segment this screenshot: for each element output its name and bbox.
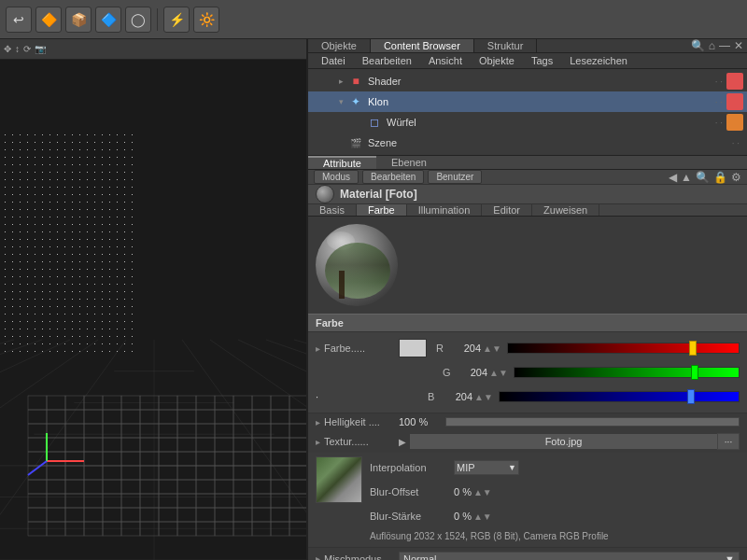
blur-offset-label: Blur-Offset — [370, 486, 454, 497]
interp-value: MIP — [457, 462, 475, 473]
r-slider-thumb[interactable] — [689, 341, 697, 356]
b-color-row: · B 204 ▲▼ — [308, 385, 747, 409]
r-bar-container — [507, 343, 740, 354]
toolbar-icon-4[interactable]: 🔷 — [95, 7, 121, 33]
r-value[interactable]: 204 — [447, 343, 481, 354]
obj-row-klon[interactable]: ▾ ✦ Klon · · — [308, 91, 747, 112]
menu-ansicht[interactable]: Ansicht — [421, 53, 470, 68]
g-stepper[interactable]: ▲▼ — [489, 368, 508, 378]
btn-benutzer[interactable]: Benutzer — [428, 170, 482, 184]
settings-icon[interactable]: ⚙ — [731, 171, 741, 184]
mischmodus-dropdown[interactable]: Normal ▼ — [399, 552, 740, 561]
tex-expand: ▸ — [316, 437, 320, 447]
interpolation-row: Interpolation MIP ▼ — [370, 456, 740, 479]
main-layout: ✥ ↕ ⟳ 📷 Objekte Content Browser Struktur… — [0, 39, 747, 560]
farbe-expand[interactable]: ▸ — [316, 343, 320, 354]
menu-bearbeiten[interactable]: Bearbeiten — [355, 53, 419, 68]
blur-staerke-value[interactable]: 0 % — [454, 511, 472, 522]
toolbar-icon-7[interactable]: 🔆 — [193, 7, 219, 33]
icon-shader: ■ — [347, 73, 364, 90]
vp-move-icon[interactable]: ✥ — [4, 44, 11, 54]
texture-thumbnail[interactable] — [316, 456, 362, 503]
mat-tab-zuweisen[interactable]: Zuweisen — [532, 204, 599, 216]
blur-staerke-row: Blur-Stärke 0 % ▲▼ — [370, 505, 740, 527]
textur-load-btn[interactable]: ▶ — [399, 437, 406, 447]
minimize-icon[interactable]: — — [719, 39, 730, 52]
toolbar-icon-3[interactable]: 📦 — [65, 7, 92, 33]
color-swatch[interactable] — [399, 339, 427, 357]
b-spacer2 — [390, 387, 418, 406]
tab-ebenen[interactable]: Ebenen — [376, 156, 442, 169]
textur-filename[interactable]: Foto.jpg — [410, 434, 717, 449]
expand-klon[interactable]: ▾ — [334, 97, 347, 106]
g-bar-container — [514, 367, 740, 378]
tab-objekte[interactable]: Objekte — [308, 39, 371, 52]
obj-name-wuerfel: Würfel — [387, 117, 715, 128]
obj-row-shader[interactable]: ▸ ■ Shader · · — [308, 71, 747, 91]
helligkeit-value[interactable]: 100 % — [399, 416, 445, 427]
toolbar-icon-6[interactable]: ⚡ — [163, 7, 190, 33]
material-tabs: Basis Farbe Illumination Editor Zuweisen — [308, 204, 747, 217]
g-slider-thumb[interactable] — [691, 365, 698, 380]
blur-offset-stepper[interactable]: ▲▼ — [473, 487, 492, 497]
obj-row-szene[interactable]: 🎬 Szene · · — [308, 133, 747, 153]
mat-tab-farbe[interactable]: Farbe — [357, 204, 407, 216]
b-slider-thumb[interactable] — [687, 389, 695, 404]
viewport: ✥ ↕ ⟳ 📷 — [0, 39, 308, 560]
texture-info: Interpolation MIP ▼ Blur-Offset 0 % ▲▼ — [370, 456, 740, 543]
tab-content-browser[interactable]: Content Browser — [371, 39, 474, 52]
search-attr-icon[interactable]: 🔍 — [696, 171, 710, 184]
blur-staerke-stepper[interactable]: ▲▼ — [473, 511, 492, 522]
farbe-section-header: Farbe — [308, 314, 747, 332]
menu-datei[interactable]: Datei — [314, 53, 353, 68]
b-value[interactable]: 204 — [439, 391, 472, 402]
mischmodus-label: Mischmodus — [324, 553, 399, 561]
g-value[interactable]: 204 — [454, 367, 487, 378]
menu-lesezeichen[interactable]: Lesezeichen — [562, 53, 635, 68]
menu-tags[interactable]: Tags — [524, 53, 560, 68]
search-icon[interactable]: 🔍 — [691, 39, 705, 52]
mat-tab-editor[interactable]: Editor — [482, 204, 532, 216]
icon-klon: ✦ — [347, 93, 364, 110]
btn-modus[interactable]: Modus — [314, 170, 359, 184]
expand-shader[interactable]: ▸ — [334, 77, 347, 86]
helligkeit-bar[interactable] — [445, 417, 740, 427]
toolbar-icon-1[interactable]: ↩ — [6, 7, 32, 33]
tab-struktur[interactable]: Struktur — [474, 39, 538, 52]
blur-offset-value[interactable]: 0 % — [454, 486, 472, 497]
arrow-right-icon[interactable]: ▲ — [681, 171, 692, 184]
viewport-canvas[interactable] — [0, 60, 308, 560]
g-color-row: G 204 ▲▼ — [308, 360, 747, 385]
vp-scale-icon[interactable]: ↕ — [15, 44, 20, 54]
obj-row-wuerfel[interactable]: ◻ Würfel · · — [308, 112, 747, 133]
b-bar-container — [499, 391, 740, 402]
tab-attribute[interactable]: Attribute — [308, 156, 376, 169]
b-dot: · — [316, 391, 329, 402]
menu-objekte[interactable]: Objekte — [472, 53, 522, 68]
attr-toolbar: Modus Bearbeiten Benutzer ◀ ▲ 🔍 🔒 ⚙ — [308, 170, 747, 185]
close-icon[interactable]: ✕ — [734, 39, 743, 52]
vp-camera-icon[interactable]: 📷 — [35, 44, 46, 54]
toolbar-icon-2[interactable]: 🔶 — [35, 7, 62, 33]
menu-bar: Datei Bearbeiten Ansicht Objekte Tags Le… — [308, 53, 747, 69]
mat-tab-illumination[interactable]: Illumination — [407, 204, 483, 216]
interp-dropdown[interactable]: MIP ▼ — [454, 460, 519, 475]
home-icon[interactable]: ⌂ — [709, 39, 715, 52]
texture-detail: Interpolation MIP ▼ Blur-Offset 0 % ▲▼ — [308, 453, 747, 547]
textur-more-btn[interactable]: ··· — [717, 433, 740, 450]
obj-color-wuerfel — [726, 114, 743, 131]
textur-label: Textur...... — [324, 436, 399, 447]
vp-rotate-icon[interactable]: ⟳ — [23, 44, 31, 54]
b-stepper[interactable]: ▲▼ — [474, 392, 493, 402]
mat-tab-basis[interactable]: Basis — [308, 204, 357, 216]
g-label: G — [443, 367, 454, 378]
b-bar — [499, 391, 740, 402]
farbe-color-row: ▸ Farbe..... R 204 ▲▼ — [308, 336, 747, 360]
btn-bearbeiten[interactable]: Bearbeiten — [362, 170, 424, 184]
separator-1 — [157, 8, 158, 31]
lock-icon[interactable]: 🔒 — [713, 171, 727, 184]
arrow-left-icon[interactable]: ◀ — [669, 171, 677, 184]
r-stepper[interactable]: ▲▼ — [483, 343, 501, 354]
3d-canvas — [0, 60, 308, 560]
toolbar-icon-5[interactable]: ◯ — [125, 7, 151, 33]
